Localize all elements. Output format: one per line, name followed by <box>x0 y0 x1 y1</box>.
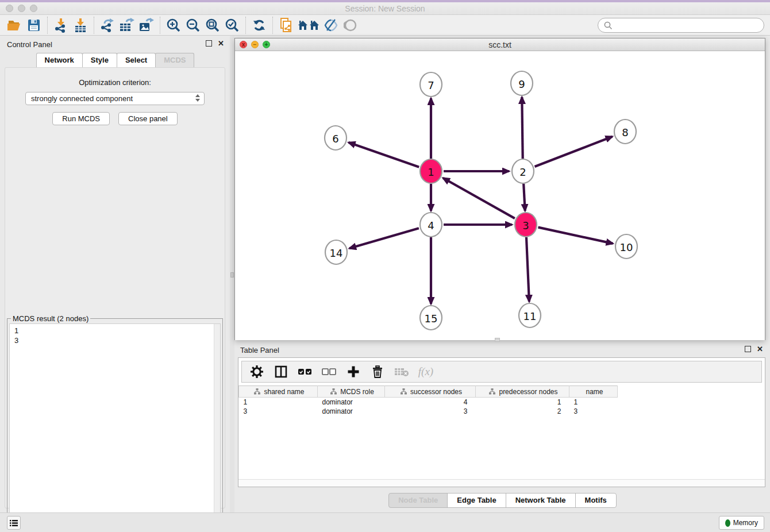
export-image-icon[interactable] <box>137 17 156 34</box>
network-view-window: x − + scc.txt 1234678910111415 <box>234 38 765 340</box>
criterion-select[interactable]: strongly connected component <box>25 92 205 105</box>
tab-select[interactable]: Select <box>117 53 156 67</box>
table-header-row: shared name MCDS role successor nodes pr… <box>239 386 765 398</box>
table-cell[interactable]: 2 <box>476 407 569 416</box>
export-table-icon[interactable] <box>117 17 137 34</box>
task-history-button[interactable] <box>7 516 21 530</box>
table-cell[interactable]: dominator <box>318 398 385 407</box>
column-successor-nodes[interactable]: successor nodes <box>385 386 476 398</box>
close-panel-icon[interactable]: ✕ <box>218 40 224 47</box>
mcds-result-textarea[interactable]: 1 3 <box>9 323 221 532</box>
show-columns-icon[interactable] <box>273 364 289 380</box>
column-shared-name[interactable]: shared name <box>239 386 318 398</box>
table-cell[interactable]: 1 <box>569 398 618 407</box>
table-row[interactable]: 3dominator323 <box>239 407 765 416</box>
close-table-panel-icon[interactable]: ✕ <box>757 346 763 352</box>
column-filler <box>618 386 765 398</box>
search-icon <box>604 21 613 30</box>
column-name[interactable]: name <box>569 386 618 398</box>
edge-3-1[interactable] <box>443 178 515 218</box>
network-graph[interactable]: 1234678910111415 <box>235 51 765 340</box>
search-box[interactable] <box>598 18 764 33</box>
network-canvas[interactable]: 1234678910111415 <box>235 51 765 340</box>
criterion-select-value: strongly connected component <box>31 94 133 103</box>
zoom-in-icon[interactable] <box>164 17 183 34</box>
open-session-icon[interactable] <box>5 17 24 34</box>
home-layout-icon[interactable] <box>296 17 321 34</box>
memory-button[interactable]: Memory <box>719 516 764 530</box>
column-mcds-role[interactable]: MCDS role <box>318 386 385 398</box>
tab-motifs[interactable]: Motifs <box>575 493 617 508</box>
mcds-result-group: MCDS result (2 nodes) 1 3 <box>7 318 223 532</box>
zoom-fit-icon[interactable] <box>203 17 222 34</box>
table-cell[interactable]: 1 <box>476 398 569 407</box>
table-cell-filler <box>618 398 765 407</box>
tab-network[interactable]: Network <box>36 53 83 67</box>
graphics-details-icon[interactable] <box>321 17 341 34</box>
tab-mcds[interactable]: MCDS <box>155 53 194 67</box>
table-cell[interactable]: 3 <box>569 407 618 416</box>
panel-divider[interactable] <box>230 36 234 512</box>
attribute-icon <box>254 388 260 395</box>
memory-status-icon <box>725 519 730 527</box>
delete-row-icon[interactable] <box>369 364 386 380</box>
toolbar-separator <box>160 17 160 34</box>
table-cell[interactable]: 4 <box>385 398 476 407</box>
edge-1-6[interactable] <box>349 142 419 167</box>
table-cell[interactable]: dominator <box>318 407 385 416</box>
mcds-result-title: MCDS result (2 nodes) <box>11 314 90 323</box>
column-predecessor-nodes[interactable]: predecessor nodes <box>476 386 569 398</box>
unselect-all-columns-icon[interactable] <box>321 364 337 380</box>
tab-node-table[interactable]: Node Table <box>388 493 448 508</box>
table-panel: Table Panel ✕ <box>234 342 770 511</box>
zoom-out-icon[interactable] <box>183 17 203 34</box>
edge-3-11[interactable] <box>526 237 529 302</box>
import-network-icon[interactable] <box>51 17 71 34</box>
float-panel-icon[interactable] <box>206 40 212 47</box>
close-panel-button[interactable]: Close panel <box>118 112 178 125</box>
select-all-columns-icon[interactable] <box>297 364 313 380</box>
graph-node-label-1: 1 <box>428 166 434 178</box>
refresh-icon[interactable] <box>249 17 269 34</box>
divider-grip[interactable] <box>230 272 234 277</box>
toolbar-separator <box>47 17 48 34</box>
zoom-selected-icon[interactable] <box>222 17 242 34</box>
edge-2-9[interactable] <box>522 97 522 159</box>
toolbar-separator <box>245 17 246 34</box>
mcds-tab-content: Optimization criterion: strongly connect… <box>5 67 225 508</box>
tab-style[interactable]: Style <box>82 53 117 67</box>
edge-4-14[interactable] <box>349 228 419 248</box>
table-cell[interactable]: 1 <box>239 398 318 407</box>
import-table-icon[interactable] <box>71 17 90 34</box>
tab-network-table[interactable]: Network Table <box>506 493 576 508</box>
table-settings-icon[interactable] <box>249 364 265 380</box>
edge-2-8[interactable] <box>535 137 613 167</box>
network-window-titlebar[interactable]: x − + scc.txt <box>235 38 765 51</box>
node-table-container: f(x) shared name MCDS role successor nod… <box>238 357 765 487</box>
table-cell[interactable]: 3 <box>385 407 476 416</box>
export-network-icon[interactable] <box>98 17 117 34</box>
save-session-icon[interactable] <box>24 17 44 34</box>
result-scrollbar[interactable] <box>214 324 220 532</box>
edge-2-3[interactable] <box>523 184 525 211</box>
float-table-panel-icon[interactable] <box>745 346 751 352</box>
delete-table-icon[interactable] <box>394 364 410 380</box>
birds-eye-view-icon[interactable] <box>341 17 360 34</box>
task-list-icon <box>10 519 18 527</box>
attribute-icon <box>401 388 407 395</box>
status-bar: Memory <box>0 512 770 532</box>
run-mcds-button[interactable]: Run MCDS <box>52 112 110 125</box>
control-panel-tabs: Network Style Select MCDS <box>0 53 230 67</box>
edge-3-10[interactable] <box>538 228 613 244</box>
memory-label: Memory <box>733 519 758 527</box>
tab-edge-table[interactable]: Edge Table <box>447 493 506 508</box>
search-input[interactable] <box>616 21 758 30</box>
table-row[interactable]: 1dominator411 <box>239 398 765 407</box>
apply-function-icon[interactable]: f(x) <box>418 364 434 380</box>
horizontal-divider-grip[interactable] <box>495 338 500 342</box>
table-horizontal-scrollbar[interactable] <box>238 479 765 487</box>
window-title: Session: New Session <box>0 4 770 13</box>
table-cell[interactable]: 3 <box>239 407 318 416</box>
duplicate-network-icon[interactable] <box>276 17 296 34</box>
add-row-icon[interactable] <box>345 364 361 380</box>
